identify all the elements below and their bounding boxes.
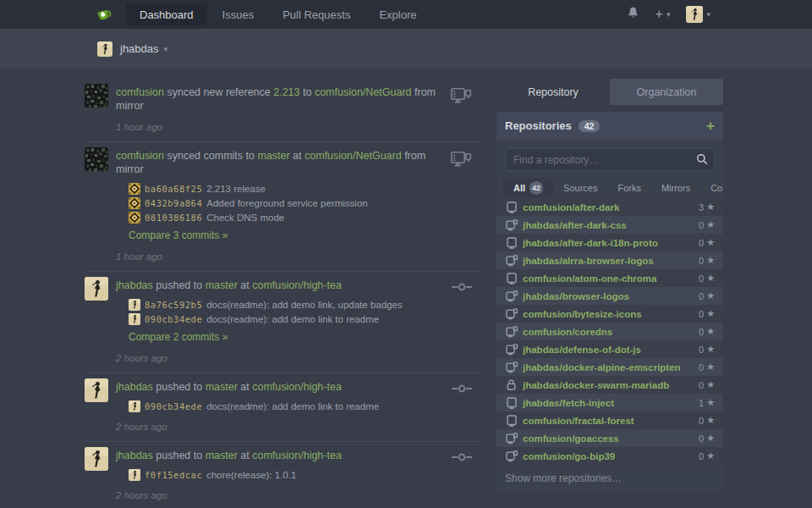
filter-collaborative[interactable]: Collaborative [700,178,723,198]
ref-link[interactable]: 2.213 [273,86,299,98]
filter-forks[interactable]: Forks [607,178,651,198]
repo-list-item[interactable]: comfusion/bytesize-icons 0★ [497,305,723,323]
repo-link[interactable]: comfusion/atom-one-chroma [523,273,694,284]
feed-item: jhabdas pushed to master at comfusion/hi… [85,442,482,508]
ref-link[interactable]: master [206,381,238,393]
repo-list-item[interactable]: comfusion/fractal-forest 0★ [497,411,723,429]
repo-list-item[interactable]: comfusion/goaccess 0★ [497,429,723,447]
star-icon: ★ [706,202,715,213]
nav-item-pull-requests[interactable]: Pull Requests [269,3,364,25]
nav-item-explore[interactable]: Explore [365,3,430,25]
repo-link[interactable]: jhabdas/docker-swarm-mariadb [523,380,694,390]
repo-list-item[interactable]: jhabdas/after-dark-i18n-proto 0★ [497,234,723,251]
filter-sources[interactable]: Sources [553,178,607,198]
repo-link[interactable]: jhabdas/after-dark-i18n-proto [523,238,694,248]
filter-all[interactable]: All 42 [503,178,553,198]
repo-list-item[interactable]: jhabdas/after-dark-css 0★ [497,216,723,234]
avatar[interactable] [85,147,108,171]
repo-link[interactable]: comfusion/coredns [523,327,694,337]
avatar [686,6,703,23]
compare-commits-link[interactable]: Compare 2 commits » [129,331,228,343]
commit-hash-link[interactable]: 0432b9a864 [145,197,202,209]
commit-message: docs(readme): add demo link, update badg… [206,299,402,311]
show-more-repositories-link[interactable]: Show more repositories… [497,465,723,492]
repo-list-item[interactable]: comfusion/atom-one-chroma 0★ [497,269,723,287]
context-switcher-bar: jhabdas ▾ [0,29,812,69]
tab-repository[interactable]: Repository [497,79,610,105]
commit-list: 090cb34ede docs(readme): add demo link t… [129,400,482,412]
avatar[interactable] [85,84,108,108]
repo-list-item[interactable]: jhabdas/defense-of-dot-js 0★ [497,340,723,358]
repo-link[interactable]: comfusion/high-tea [252,450,342,461]
repo-search-section [497,140,723,178]
avatar[interactable] [85,378,108,402]
repo-link[interactable]: jhabdas/after-dark-css [523,220,694,230]
compare-commits-link[interactable]: Compare 3 commits » [129,229,228,241]
repo-link[interactable]: comfusion/high-tea [252,279,342,291]
context-switcher[interactable]: jhabdas ▾ [120,42,167,55]
user-menu-button[interactable]: ▾ [686,6,710,23]
timestamp: 2 hours ago [116,422,482,432]
commit-hash-link[interactable]: 8a76c592b5 [145,299,202,311]
nav-item-issues[interactable]: Issues [209,3,268,25]
user-link[interactable]: comfusion [116,150,164,162]
repo-link[interactable]: comfusion/go-bip39 [523,451,694,461]
create-new-button[interactable]: + ▾ [656,8,671,21]
repo-clone-icon [505,290,518,302]
repo-link[interactable]: comfusion/high-tea [252,381,342,393]
commit-author-avatar [129,313,140,325]
repo-link[interactable]: jhabdas/docker-alpine-emscripten [523,362,694,373]
repo-link[interactable]: comfusion/fractal-forest [523,416,694,426]
repo-list-item[interactable]: jhabdas/browser-logos 0★ [497,287,723,305]
repo-list-item[interactable]: comfusion/coredns 0★ [497,323,723,340]
filter-mirrors[interactable]: Mirrors [651,178,700,198]
top-navbar: Dashboard Issues Pull Requests Explore +… [0,0,812,29]
repo-list-item[interactable]: jhabdas/fetch-inject 1★ [497,394,723,411]
repo-link[interactable]: jhabdas/alrra-browser-logos [523,256,694,266]
commit-hash-link[interactable]: 090cb34ede [145,313,202,325]
commit-hash-link[interactable]: 0810386186 [145,212,202,224]
star-count: 0★ [699,415,715,426]
repo-list-item[interactable]: jhabdas/docker-alpine-emscripten 0★ [497,358,723,376]
ref-link[interactable]: master [257,150,289,162]
tab-organization[interactable]: Organization [610,79,723,105]
repo-link[interactable]: comfusion/NetGuard [304,150,402,162]
avatar[interactable] [85,447,108,471]
repo-link[interactable]: comfusion/NetGuard [315,86,412,98]
avatar[interactable] [85,277,108,301]
star-count: 3★ [699,202,715,213]
plus-icon: + [656,8,663,21]
ref-link[interactable]: master [206,279,238,291]
repo-list-item[interactable]: jhabdas/alrra-browser-logos 0★ [497,251,723,269]
star-icon: ★ [706,326,715,337]
add-repository-button[interactable]: + [706,119,715,133]
repo-list-item[interactable]: jhabdas/docker-swarm-mariadb 0★ [497,376,723,394]
repositories-title: Repositories [505,119,572,132]
repo-list-item[interactable]: comfusion/go-bip39 0★ [497,447,723,465]
commit-list: 8a76c592b5 docs(readme): add demo link, … [129,299,482,325]
avatar [97,41,112,57]
repo-icon [505,415,518,427]
repo-link[interactable]: comfusion/goaccess [523,433,694,444]
repo-link[interactable]: jhabdas/browser-logos [523,291,694,301]
commit-hash-link[interactable]: 090cb34ede [145,400,202,412]
notifications-button[interactable] [627,6,639,23]
repo-link[interactable]: comfusion/after-dark [523,202,694,213]
commit-hash-link[interactable]: f0f15edcac [145,469,202,481]
repo-link[interactable]: jhabdas/defense-of-dot-js [523,345,694,355]
repo-search-input[interactable] [505,148,715,171]
repo-link[interactable]: jhabdas/fetch-inject [523,398,694,408]
repo-link[interactable]: comfusion/bytesize-icons [523,309,694,319]
user-link[interactable]: comfusion [116,86,164,98]
ref-link[interactable]: master [206,450,238,461]
repo-list-item[interactable]: comfusion/after-dark 3★ [497,198,723,216]
nav-item-dashboard[interactable]: Dashboard [126,3,207,25]
feed-item: comfusion synced commits to master at co… [85,142,482,272]
commit-line: 8a76c592b5 docs(readme): add demo link, … [129,299,482,311]
user-link[interactable]: jhabdas [116,450,153,461]
gitea-logo-icon[interactable] [95,0,114,29]
commit-hash-link[interactable]: ba60a68f25 [145,183,202,195]
user-link[interactable]: jhabdas [116,279,153,291]
search-icon[interactable] [696,153,708,168]
user-link[interactable]: jhabdas [116,381,153,393]
